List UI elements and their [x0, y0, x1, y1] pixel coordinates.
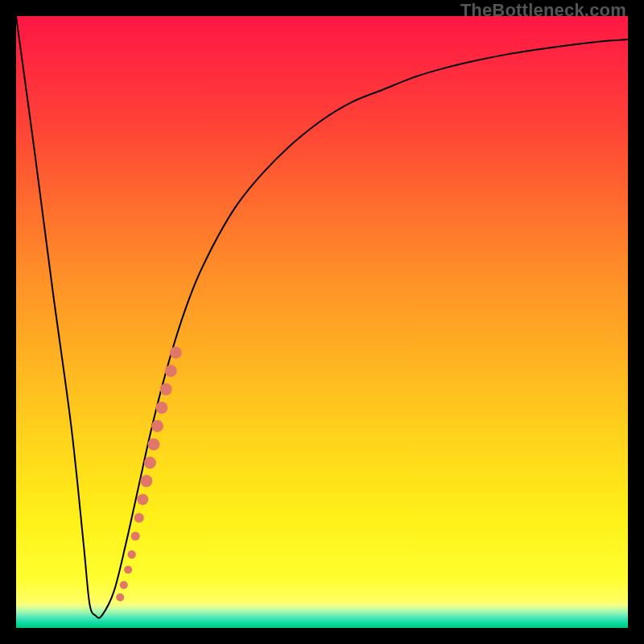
- highlighted-point: [151, 420, 163, 432]
- highlighted-point: [116, 593, 124, 601]
- watermark-text: TheBottleneck.com: [460, 0, 626, 21]
- plot-area: [16, 16, 628, 628]
- highlighted-point: [144, 456, 156, 469]
- highlighted-point: [170, 347, 182, 359]
- highlighted-point: [160, 383, 172, 395]
- highlighted-point: [148, 439, 160, 451]
- highlighted-point: [124, 566, 132, 574]
- highlighted-point: [155, 402, 167, 414]
- highlighted-points-group: [116, 347, 182, 602]
- bottleneck-curve: [16, 16, 628, 618]
- highlighted-point: [134, 513, 144, 522]
- highlighted-point: [120, 581, 128, 589]
- chart-frame: TheBottleneck.com: [0, 0, 644, 644]
- highlighted-point: [140, 475, 152, 487]
- highlighted-point: [127, 551, 135, 559]
- chart-svg: [16, 16, 628, 628]
- highlighted-point: [137, 493, 148, 505]
- highlighted-point: [165, 365, 177, 377]
- highlighted-point: [131, 532, 140, 541]
